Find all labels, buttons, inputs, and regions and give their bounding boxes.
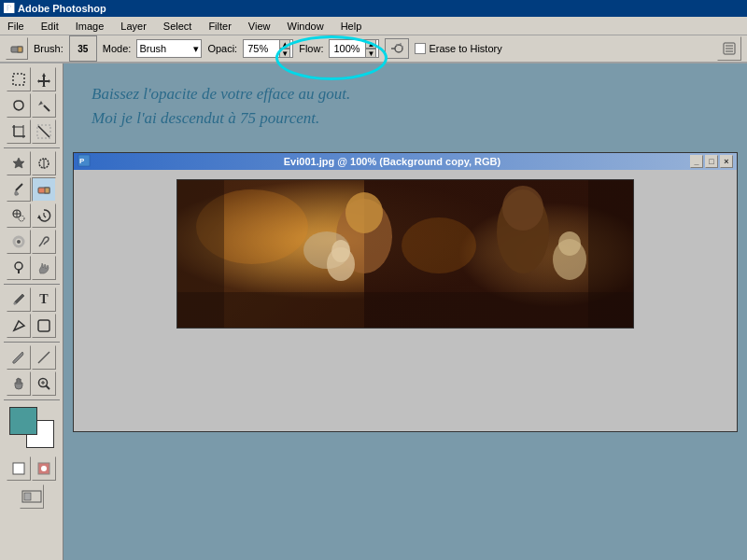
toolbar: T	[0, 63, 63, 560]
svg-marker-38	[14, 321, 24, 330]
opacity-up-btn[interactable]: ▲	[279, 39, 290, 49]
tool-marquee-btn[interactable]	[7, 67, 31, 91]
flow-label: Flow:	[299, 43, 323, 54]
svg-point-62	[502, 186, 543, 231]
svg-line-44	[46, 385, 49, 389]
svg-line-13	[44, 105, 49, 111]
menu-file[interactable]: File	[4, 20, 28, 33]
svg-rect-25	[45, 188, 49, 193]
svg-line-41	[38, 361, 40, 363]
svg-line-42	[48, 352, 49, 354]
tool-group-pen: T	[7, 287, 56, 312]
opacity-input[interactable]	[246, 40, 279, 57]
svg-point-60	[331, 240, 350, 262]
menu-bar: File Edit Image Layer Select Filter View…	[0, 17, 747, 35]
mode-label: Mode:	[103, 43, 132, 54]
eraser-tool-icon-btn[interactable]	[6, 37, 28, 60]
doc-window-controls: _ □ ×	[690, 155, 733, 168]
tool-quick-mask-btn[interactable]	[32, 456, 56, 481]
tool-shape-btn[interactable]	[32, 314, 56, 338]
menu-view[interactable]: View	[245, 20, 275, 33]
tool-eraser-btn[interactable]	[32, 177, 56, 202]
menu-select[interactable]: Select	[160, 20, 196, 33]
doc-icon: P	[78, 154, 91, 169]
flow-input[interactable]	[331, 40, 365, 57]
svg-rect-39	[38, 320, 49, 331]
svg-line-32	[44, 216, 46, 217]
tool-group-brush	[7, 177, 56, 202]
svg-rect-69	[177, 292, 634, 329]
app-icon: 🅿	[4, 3, 14, 14]
svg-point-29	[19, 216, 24, 221]
app-title: Adobe Photoshop	[18, 3, 106, 14]
svg-line-19	[38, 126, 49, 137]
svg-point-37	[14, 302, 17, 305]
tool-hand-btn[interactable]	[7, 371, 31, 396]
tool-clone-btn[interactable]	[7, 203, 31, 228]
erase-history-label: Erase to History	[429, 43, 501, 54]
main-area: T	[0, 63, 747, 560]
tool-divider-1	[4, 147, 60, 148]
tool-standard-mode-btn[interactable]	[7, 456, 31, 481]
photo-overlay	[177, 180, 634, 329]
tool-blur-btn[interactable]	[7, 230, 31, 254]
tool-brush-btn[interactable]	[7, 177, 31, 202]
svg-text:P: P	[79, 157, 85, 165]
tool-dodge-btn[interactable]	[7, 256, 31, 280]
tool-slice-btn[interactable]	[32, 119, 56, 144]
doc-minimize-btn[interactable]: _	[690, 155, 703, 168]
canvas-area: Baissez l'opacite de votre efface au gou…	[63, 63, 747, 560]
tool-pen-btn[interactable]	[7, 287, 31, 312]
options-menu-btn[interactable]	[717, 36, 741, 61]
tool-path-btn[interactable]	[7, 314, 31, 338]
tool-patch-btn[interactable]	[32, 151, 56, 175]
flow-up-btn[interactable]: ▲	[365, 39, 376, 49]
svg-point-34	[17, 240, 21, 244]
flow-spinners: ▲ ▼	[365, 39, 376, 58]
tool-screen-mode-btn[interactable]	[20, 484, 44, 509]
tool-group-selection	[7, 67, 56, 91]
airbrush-btn[interactable]	[385, 38, 409, 59]
tool-group-blur	[7, 230, 56, 254]
tool-measure-btn[interactable]	[32, 345, 56, 370]
menu-edit[interactable]: Edit	[37, 20, 63, 33]
tool-smudge-btn[interactable]	[32, 230, 56, 254]
document-title-bar: P Evi001.jpg @ 100% (Background copy, RG…	[74, 153, 737, 170]
tool-crop-btn[interactable]	[7, 119, 31, 144]
tool-eyedrop-btn[interactable]	[7, 345, 31, 370]
tool-group-clone	[7, 203, 56, 228]
tool-magic-wand-btn[interactable]	[32, 93, 56, 118]
tool-history-btn[interactable]	[32, 203, 56, 228]
foreground-color-swatch[interactable]	[9, 407, 37, 435]
flow-down-btn[interactable]: ▼	[365, 49, 376, 58]
opacity-down-btn[interactable]: ▼	[279, 49, 290, 58]
mode-dropdown[interactable]: Brush ▾	[136, 39, 202, 58]
dropdown-arrow-icon: ▾	[193, 43, 199, 55]
tool-healing-btn[interactable]	[7, 151, 31, 175]
svg-marker-12	[37, 73, 50, 87]
svg-point-4	[396, 44, 398, 46]
tool-text-btn[interactable]: T	[32, 287, 56, 312]
tool-group-crop	[7, 119, 56, 144]
document-content	[74, 170, 737, 431]
text-tool-icon: T	[39, 292, 48, 307]
menu-image[interactable]: Image	[72, 20, 108, 33]
svg-rect-47	[13, 463, 24, 474]
tool-group-screen-mode	[20, 484, 44, 509]
svg-point-5	[400, 43, 402, 45]
doc-restore-btn[interactable]: □	[705, 155, 718, 168]
tool-burn-btn[interactable]	[32, 256, 56, 280]
menu-help[interactable]: Help	[337, 20, 366, 33]
menu-layer[interactable]: Layer	[117, 20, 150, 33]
tool-zoom-btn[interactable]	[32, 371, 56, 396]
menu-window[interactable]: Window	[284, 20, 328, 33]
erase-history-checkbox[interactable]	[415, 43, 426, 54]
svg-point-49	[41, 466, 47, 471]
tool-lasso-btn[interactable]	[7, 93, 31, 118]
menu-filter[interactable]: Filter	[204, 20, 234, 33]
svg-point-2	[395, 45, 402, 52]
tool-move-btn[interactable]	[32, 67, 56, 91]
svg-point-57	[345, 192, 383, 233]
doc-close-btn[interactable]: ×	[720, 155, 733, 168]
options-bar: Brush: 35 Mode: Brush ▾ Opaci: ▲ ▼ Flow:…	[0, 35, 747, 63]
